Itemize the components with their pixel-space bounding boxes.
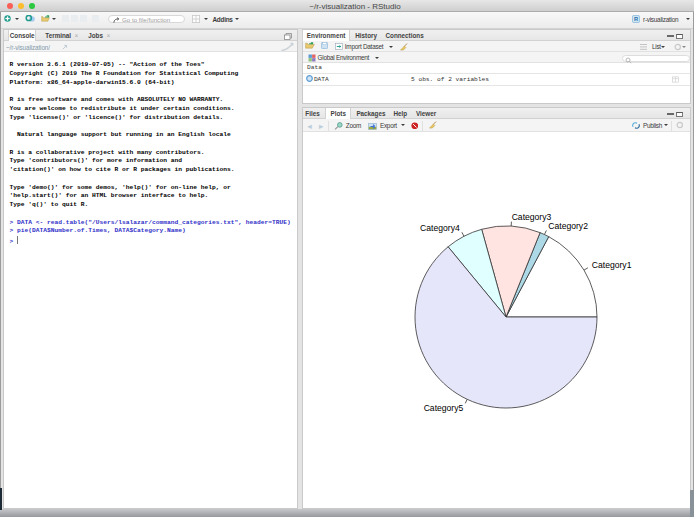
svg-text:Category1: Category1 [592,260,632,270]
svg-text:Category3: Category3 [512,212,552,222]
svg-text:Category4: Category4 [420,223,460,233]
svg-text:Category2: Category2 [548,221,588,231]
svg-text:Category5: Category5 [424,403,464,413]
